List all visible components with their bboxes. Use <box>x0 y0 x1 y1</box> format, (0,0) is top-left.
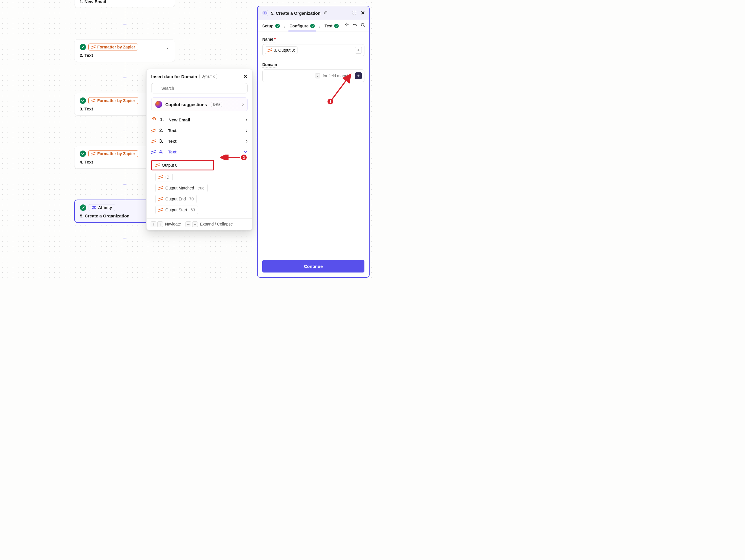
tab-label: Configure <box>289 24 309 28</box>
right-key-icon: → <box>192 221 198 227</box>
check-icon <box>334 24 339 28</box>
check-icon <box>275 24 280 28</box>
app-name: Formatter by Zapier <box>97 98 135 103</box>
copilot-suggestions-row[interactable]: Copilot suggestions Beta › <box>151 98 248 111</box>
copilot-title: Copilot suggestions <box>165 102 207 107</box>
chevron-right-icon: › <box>319 24 320 29</box>
field-mapping-hint: for field mapping <box>323 73 353 78</box>
affinity-icon <box>92 205 96 210</box>
step-number: 3. <box>79 106 84 111</box>
output-value: 63 <box>190 208 195 212</box>
output-item-matched[interactable]: Output Matchedtrue <box>155 184 208 193</box>
affinity-icon <box>262 10 268 16</box>
left-key-icon: ← <box>186 221 191 227</box>
source-label: Text <box>168 139 176 144</box>
formatter-icon <box>151 139 156 144</box>
formatter-icon <box>92 152 96 156</box>
source-num: 4. <box>159 149 164 154</box>
data-source-text-2[interactable]: 2.Text › <box>151 125 248 136</box>
output-label: Output Matched <box>165 186 194 190</box>
add-field-button[interactable]: + <box>355 72 362 79</box>
add-step-button[interactable]: + <box>122 128 128 134</box>
formatter-icon <box>158 175 163 179</box>
check-icon <box>310 24 315 28</box>
close-icon[interactable]: ✕ <box>243 73 248 79</box>
chevron-right-icon: › <box>246 138 248 144</box>
formatter-icon <box>158 197 163 201</box>
formatter-icon <box>151 128 156 133</box>
formatter-icon <box>92 99 96 103</box>
formatter-icon <box>158 186 163 190</box>
app-name: Formatter by Zapier <box>97 151 135 156</box>
step-title-text: Text <box>85 53 93 58</box>
chevron-right-icon: › <box>246 117 248 123</box>
add-step-button[interactable]: + <box>122 21 128 27</box>
output-item-output-0[interactable]: Output 0 <box>151 160 214 170</box>
source-label: New Email <box>168 117 190 122</box>
output-label: Output Start <box>165 208 187 212</box>
app-pill-formatter[interactable]: Formatter by Zapier <box>88 43 138 50</box>
continue-button[interactable]: Continue <box>262 260 364 273</box>
step-card-2[interactable]: ⋮ Formatter by Zapier 2. Text <box>74 39 175 62</box>
up-key-icon: ↑ <box>151 221 156 227</box>
callout-badge-1: 1 <box>327 99 333 104</box>
nav-hint: Navigate <box>165 222 181 226</box>
search-input[interactable] <box>151 83 248 94</box>
check-icon <box>80 205 86 211</box>
panel-title: 5. Create a Organization <box>271 11 321 15</box>
slash-key-icon: / <box>315 73 320 78</box>
domain-input[interactable]: / for field mapping + <box>262 70 364 82</box>
required-star-icon: * <box>274 37 276 41</box>
step-card-1[interactable]: 1. New Email <box>74 0 175 7</box>
output-item-start[interactable]: Output Start63 <box>155 206 198 214</box>
dynamic-badge: Dynamic <box>199 74 217 79</box>
domain-field-label: Domain <box>262 62 277 68</box>
app-pill-formatter[interactable]: Formatter by Zapier <box>88 150 138 157</box>
check-icon <box>79 44 86 50</box>
expand-icon[interactable] <box>352 10 357 16</box>
data-source-text-3[interactable]: 3.Text › <box>151 136 248 146</box>
formatter-icon <box>151 150 156 154</box>
undo-icon[interactable] <box>353 23 357 28</box>
app-name: Affinity <box>98 205 112 210</box>
add-step-button[interactable]: + <box>122 75 128 81</box>
step-title-text: Create a Organization <box>85 213 130 218</box>
edit-pencil-icon[interactable] <box>323 10 327 15</box>
tab-test[interactable]: Test <box>324 22 339 31</box>
formatter-icon <box>155 163 160 168</box>
beta-badge: Beta <box>211 102 222 107</box>
app-pill-affinity[interactable]: Affinity <box>89 204 115 211</box>
add-step-button[interactable]: + <box>122 235 128 241</box>
tab-label: Setup <box>262 24 273 28</box>
source-num: 1. <box>160 117 165 122</box>
step-title-text: Text <box>85 106 93 111</box>
chevron-right-icon: › <box>242 102 244 108</box>
formatter-icon <box>92 45 96 49</box>
expand-hint: Expand / Collapse <box>200 222 233 226</box>
sparkle-icon[interactable] <box>345 23 349 28</box>
kebab-menu-icon[interactable]: ⋮ <box>165 44 170 49</box>
name-field-label: Name* <box>262 37 276 42</box>
down-key-icon: ↓ <box>157 221 163 227</box>
data-source-text-4[interactable]: 4.Text <box>151 146 248 157</box>
app-pill-formatter[interactable]: Formatter by Zapier <box>88 97 138 104</box>
step-title-text: New Email <box>85 0 106 4</box>
close-icon[interactable]: ✕ <box>361 10 365 16</box>
output-item-end[interactable]: Output End70 <box>155 195 197 203</box>
step-number: 5. <box>80 213 84 218</box>
token-label: 3. Output 0: <box>274 48 295 53</box>
formatter-icon <box>158 208 163 212</box>
name-input[interactable]: 3. Output 0: + <box>262 44 364 56</box>
data-source-new-email[interactable]: 1.New Email › <box>151 114 248 125</box>
data-token[interactable]: 3. Output 0: <box>265 46 297 54</box>
add-field-button[interactable]: + <box>355 47 362 54</box>
tab-configure[interactable]: Configure <box>289 22 315 31</box>
output-item-id[interactable]: ID <box>155 173 172 181</box>
add-step-button[interactable]: + <box>122 181 128 187</box>
tab-setup[interactable]: Setup <box>262 22 281 31</box>
tab-label: Test <box>325 24 333 28</box>
step-number: 4. <box>79 160 84 164</box>
source-label: Text <box>168 128 176 133</box>
mail-icon <box>151 116 156 123</box>
search-icon[interactable] <box>361 23 365 28</box>
